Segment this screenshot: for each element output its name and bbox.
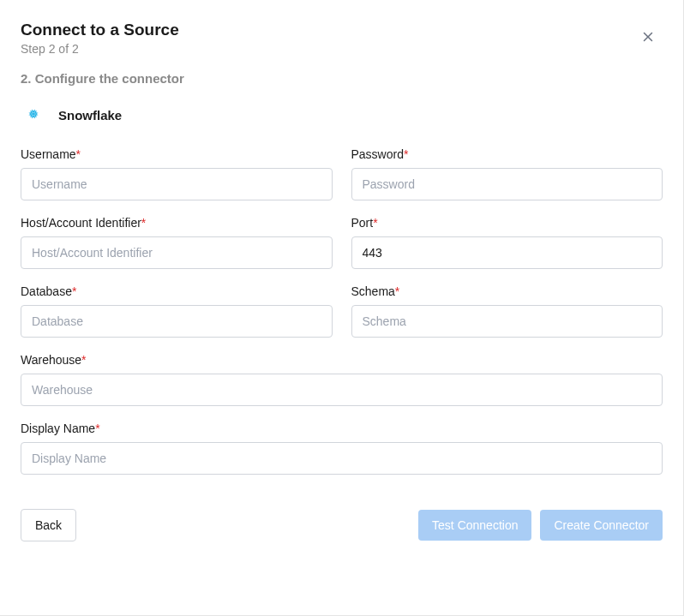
snowflake-icon	[21, 101, 46, 130]
required-mark: *	[141, 216, 146, 230]
schema-label-text: Schema	[351, 284, 395, 298]
required-mark: *	[81, 353, 86, 367]
required-mark: *	[72, 284, 76, 298]
back-button[interactable]: Back	[21, 509, 76, 541]
display-name-field-wrapper: Display Name*	[21, 422, 663, 475]
connector-header: Snowflake	[21, 101, 663, 130]
password-input[interactable]	[351, 168, 663, 200]
warehouse-field-wrapper: Warehouse*	[21, 353, 663, 406]
connector-name: Snowflake	[58, 108, 122, 123]
port-label: Port*	[351, 216, 663, 230]
connect-source-modal: Connect to a Source Step 2 of 2 2. Confi…	[0, 0, 684, 616]
modal-title: Connect to a Source	[21, 21, 663, 40]
step-indicator: Step 2 of 2	[21, 42, 663, 56]
section-title: 2. Configure the connector	[21, 71, 663, 86]
create-connector-button[interactable]: Create Connector	[540, 510, 663, 541]
test-connection-button[interactable]: Test Connection	[418, 510, 531, 541]
database-label-text: Database	[21, 284, 72, 298]
database-field-wrapper: Database*	[21, 284, 333, 338]
display-name-input[interactable]	[21, 442, 663, 475]
host-input[interactable]	[21, 236, 333, 269]
primary-button-group: Test Connection Create Connector	[418, 510, 663, 541]
warehouse-input[interactable]	[21, 374, 663, 406]
port-input[interactable]	[351, 236, 663, 269]
required-mark: *	[76, 147, 81, 161]
database-input[interactable]	[21, 305, 333, 338]
host-label-text: Host/Account Identifier	[21, 216, 141, 230]
display-name-label: Display Name*	[21, 422, 663, 435]
required-mark: *	[395, 284, 399, 298]
schema-label: Schema*	[351, 284, 663, 298]
username-field-wrapper: Username*	[21, 147, 333, 200]
form-grid: Username* Password* Host/Account Identif…	[21, 147, 663, 475]
port-label-text: Port	[351, 216, 374, 230]
username-label-text: Username	[21, 147, 76, 161]
modal-header: Connect to a Source Step 2 of 2	[21, 21, 663, 56]
database-label: Database*	[21, 284, 333, 298]
host-label: Host/Account Identifier*	[21, 216, 333, 230]
password-label: Password*	[351, 147, 663, 161]
required-mark: *	[404, 147, 408, 161]
modal-footer: Back Test Connection Create Connector	[21, 509, 663, 541]
close-icon	[640, 34, 656, 47]
required-mark: *	[95, 422, 99, 435]
schema-field-wrapper: Schema*	[351, 284, 663, 338]
host-field-wrapper: Host/Account Identifier*	[21, 216, 333, 269]
username-input[interactable]	[21, 168, 333, 200]
warehouse-label-text: Warehouse	[21, 353, 81, 367]
username-label: Username*	[21, 147, 333, 161]
warehouse-label: Warehouse*	[21, 353, 663, 367]
password-label-text: Password	[351, 147, 404, 161]
required-mark: *	[373, 216, 377, 230]
schema-input[interactable]	[351, 305, 663, 338]
port-field-wrapper: Port*	[351, 216, 663, 269]
password-field-wrapper: Password*	[351, 147, 663, 200]
display-name-label-text: Display Name	[21, 422, 95, 435]
close-button[interactable]	[637, 26, 659, 51]
